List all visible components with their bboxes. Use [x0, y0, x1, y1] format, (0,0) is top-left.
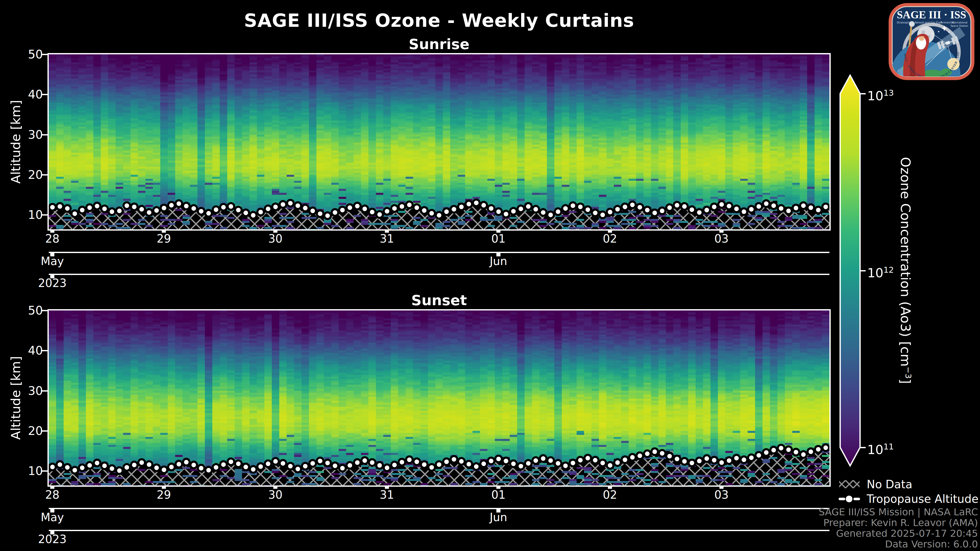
month-axis-line — [49, 508, 829, 509]
patch-title: SAGE III · ISS — [897, 9, 966, 21]
tropopause-legend-dash-left — [838, 498, 845, 500]
x-tick-label-day: 02 — [588, 489, 632, 501]
credit-line-generated: Generated 2025-07-17 20:45 — [819, 528, 978, 539]
y-tick-label: 40 — [10, 344, 43, 357]
legend-no-data-label: No Data — [867, 478, 912, 491]
colorbar-tick-base: 10 — [867, 89, 883, 103]
month-tick-label: May — [30, 511, 74, 524]
y-tick-label: 40 — [10, 88, 43, 101]
page-title: SAGE III/ISS Ozone - Weekly Curtains — [49, 10, 829, 31]
x-tick-label-day: 02 — [588, 232, 632, 245]
y-axis-label-sunset: Altitude [km] — [8, 356, 23, 440]
colorbar-tick-base: 10 — [867, 265, 883, 280]
mission-patch-logo: BALL · NASA LANGLEY RESEARCH CENTER · TA… — [888, 2, 975, 81]
year-axis-line — [49, 274, 829, 275]
colorbar — [838, 73, 862, 467]
patch-subtitle-right-1: International — [951, 21, 967, 24]
x-tick-label-day: 29 — [142, 232, 186, 245]
colorbar-tick-label: 1011 — [867, 439, 894, 457]
tropopause-legend-marker — [846, 495, 853, 502]
colorbar-tick-exponent: 11 — [883, 442, 894, 451]
x-tick-label-day: 28 — [30, 489, 74, 501]
credit-line-version: Data Version: 6.0.0 — [819, 539, 978, 549]
colorbar-tick-mark — [861, 270, 865, 272]
panel-title-sunrise: Sunrise — [49, 36, 829, 52]
x-tick-label-day: 31 — [365, 232, 409, 245]
credits-block: SAGE III/ISS Mission | NASA LaRC Prepare… — [819, 507, 978, 549]
patch-subtitle-right-2: Space Station — [950, 24, 968, 27]
sunset-heatmap-canvas — [49, 310, 829, 486]
no-data-hatch-swatch — [839, 480, 859, 488]
colorbar-tick-exponent: 13 — [883, 88, 894, 98]
colorbar-gradient-arrow — [840, 75, 860, 466]
month-tick-label: May — [30, 255, 74, 268]
patch-subtitle-left: Stratospheric Aerosol and Gas Experiment… — [897, 21, 954, 24]
tropopause-legend-dash-right — [853, 498, 860, 500]
colorbar-tick-mark — [861, 447, 865, 448]
credit-line-mission: SAGE III/ISS Mission | NASA LaRC — [819, 507, 978, 517]
figure-canvas: SAGE III/ISS Ozone - Weekly Curtains Sun… — [0, 0, 980, 551]
y-tick-label: 50 — [10, 48, 43, 61]
year-tick-label: 2023 — [30, 533, 74, 546]
x-tick-label-day: 03 — [700, 232, 743, 245]
y-tick-label: 50 — [10, 304, 43, 317]
year-axis-line — [49, 530, 829, 531]
x-tick-label-day: 30 — [254, 489, 297, 501]
x-tick-label-day: 31 — [365, 489, 409, 501]
legend-tropopause-label: Tropopause Altitude — [867, 492, 978, 505]
month-axis-line — [49, 252, 829, 253]
colorbar-label-sup: −3 — [904, 367, 913, 379]
colorbar-tick-label: 1012 — [867, 262, 894, 281]
colorbar-tick-exponent: 12 — [883, 265, 894, 275]
y-axis-label-sunrise: Altitude [km] — [8, 100, 23, 184]
colorbar-tick-mark — [861, 93, 865, 94]
year-tick-label: 2023 — [30, 277, 74, 289]
x-tick-label-day: 30 — [254, 232, 297, 245]
x-tick-label-day: 28 — [30, 232, 74, 245]
credit-line-preparer: Preparer: Kevin R. Leavor (AMA) — [819, 517, 978, 528]
y-tick-label: 10 — [10, 464, 43, 478]
colorbar-label-end: ] — [898, 379, 913, 384]
colorbar-label-text: Ozone Concentration (Ao3) [cm — [898, 157, 913, 367]
x-tick-label-day: 01 — [477, 489, 520, 501]
colorbar-tick-label: 1013 — [867, 85, 894, 103]
month-tick-label: Jun — [477, 511, 520, 524]
colorbar-tick-base: 10 — [867, 442, 883, 457]
x-tick-label-day: 01 — [477, 232, 520, 245]
month-tick-label: Jun — [477, 255, 520, 268]
colorbar-axis-label: Ozone Concentration (Ao3) [cm−3] — [898, 157, 913, 384]
sunrise-heatmap-canvas — [49, 54, 829, 229]
panel-title-sunset: Sunset — [49, 292, 829, 308]
x-tick-label-day: 03 — [700, 489, 743, 501]
y-tick-label: 10 — [10, 208, 43, 221]
x-tick-label-day: 29 — [142, 489, 186, 501]
